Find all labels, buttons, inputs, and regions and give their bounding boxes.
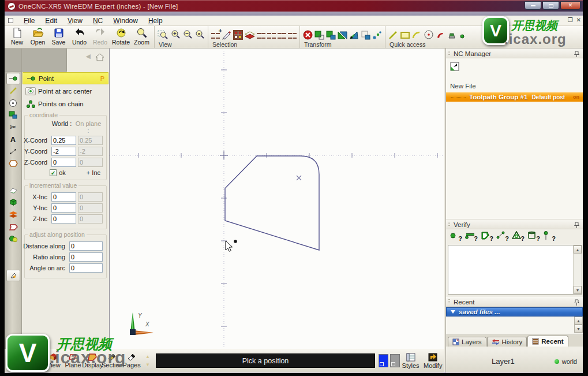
tab-history[interactable]: History	[487, 337, 527, 347]
y-coord-input[interactable]	[51, 147, 76, 156]
back-arrow-icon[interactable]: ◀	[86, 53, 91, 60]
select-all-icon[interactable]	[278, 31, 286, 40]
qa-point-icon[interactable]	[459, 32, 466, 40]
strip-dimension-tool[interactable]	[6, 146, 20, 157]
strip-arc-tool[interactable]	[6, 97, 20, 109]
verify-scrollbar[interactable]: ▲ ▼	[573, 245, 582, 294]
pin-icon[interactable]	[574, 222, 579, 230]
y-inc-input[interactable]	[51, 203, 76, 213]
undo-button[interactable]: Undo	[70, 27, 89, 46]
tab-layers[interactable]: Layers	[448, 337, 486, 347]
scroll-up-icon[interactable]: ▲	[574, 245, 582, 254]
select-pen-icon[interactable]	[222, 31, 231, 40]
zoom-button[interactable]: Zoom	[132, 27, 151, 46]
transform-rotate-icon[interactable]	[349, 31, 359, 40]
transform-mirror-icon[interactable]	[338, 31, 347, 40]
point-query-icon[interactable]: ?	[450, 231, 462, 242]
verify-results-list[interactable]: ▲ ▼	[448, 245, 582, 295]
select-invert-icon[interactable]	[267, 31, 276, 40]
area-query-icon[interactable]: ?	[481, 231, 493, 242]
zoom-window-button[interactable]	[158, 29, 168, 40]
mdi-system-icon[interactable]	[8, 18, 13, 23]
strip-layers-tool[interactable]	[6, 209, 20, 220]
world-indicator[interactable]: world	[555, 358, 577, 365]
tool-item-point[interactable]: Point P	[23, 72, 108, 84]
recent-scrollbar[interactable]: ▲ ▼	[574, 317, 583, 333]
scroll-down-icon[interactable]: ▼	[574, 286, 582, 294]
z-inc-input[interactable]	[51, 214, 76, 224]
distance-along-input[interactable]	[69, 241, 103, 251]
menu-help[interactable]: Help	[143, 16, 168, 25]
position-query-icon[interactable]: ?	[543, 231, 556, 242]
menu-file[interactable]: File	[18, 16, 40, 25]
recent-header[interactable]: Recent	[446, 297, 583, 307]
strip-boundary-tool[interactable]	[6, 221, 20, 232]
zoom-out-button[interactable]	[182, 29, 193, 40]
home-icon[interactable]	[95, 53, 104, 64]
modify-button[interactable]: Modify	[421, 353, 444, 369]
nc-file-icon[interactable]	[450, 62, 459, 73]
recent-list-area[interactable]: ▲ ▼	[446, 317, 583, 335]
distance-query-icon[interactable]: ?	[465, 231, 478, 242]
qa-rectangle-icon[interactable]	[400, 31, 410, 40]
select-window-icon[interactable]	[233, 30, 243, 40]
strip-blend-tool[interactable]	[6, 233, 20, 244]
strip-surface-tool[interactable]	[6, 184, 20, 196]
scroll-up-icon[interactable]: ▲	[574, 317, 583, 325]
x-inc-input[interactable]	[51, 192, 76, 202]
menu-view[interactable]: View	[62, 16, 88, 25]
tool-item-point-at-arc-center[interactable]: Point at arc center	[23, 85, 108, 97]
qa-fillet-icon[interactable]	[436, 31, 445, 40]
transform-array-icon[interactable]	[372, 31, 382, 40]
z-coord-input[interactable]	[51, 158, 76, 167]
secondary-color-swatch[interactable]	[390, 354, 400, 367]
menu-nc[interactable]: NC	[88, 16, 108, 25]
transform-cancel-icon[interactable]	[303, 30, 313, 40]
zoom-in-button[interactable]	[170, 29, 181, 40]
scroll-down-icon[interactable]: ▼	[574, 325, 583, 333]
volume-query-icon[interactable]: ?	[527, 231, 540, 242]
qa-solid-icon[interactable]	[447, 31, 457, 40]
strip-trim-tool[interactable]	[6, 121, 20, 133]
qa-line-icon[interactable]	[388, 31, 398, 40]
inc-toggle[interactable]: + Inc	[87, 169, 100, 176]
ok-checkbox[interactable]: ✓	[50, 169, 57, 176]
mdi-restore-icon[interactable]: ❐	[568, 17, 573, 23]
select-add-icon[interactable]	[211, 31, 220, 40]
transform-copy-icon[interactable]	[326, 31, 336, 40]
zoom-all-button[interactable]: a	[194, 29, 205, 40]
save-button[interactable]: Save	[49, 27, 68, 46]
maximize-button[interactable]	[542, 1, 559, 10]
strip-polygon-tool[interactable]	[6, 158, 20, 169]
pin-icon[interactable]	[574, 299, 579, 307]
styles-button[interactable]: Styles	[400, 353, 422, 369]
strip-shape-tool[interactable]	[6, 109, 20, 121]
active-color-swatch[interactable]	[379, 354, 388, 367]
select-layer-icon[interactable]	[245, 31, 255, 40]
qa-arc-icon[interactable]	[412, 31, 422, 40]
pin-icon[interactable]	[574, 51, 579, 59]
strip-snap-settings[interactable]	[6, 270, 20, 281]
mdi-close-icon[interactable]: ✕	[576, 17, 581, 23]
nc-manager-header[interactable]: NC Manager	[446, 49, 583, 58]
redo-button[interactable]: Redo	[91, 27, 110, 46]
verify-header[interactable]: Verify	[446, 219, 583, 229]
active-layer-label[interactable]: Layer1	[446, 357, 555, 366]
saved-files-row[interactable]: saved files ...	[446, 307, 583, 317]
strip-text-tool[interactable]	[6, 133, 20, 145]
strip-point-tool[interactable]	[6, 73, 20, 84]
strip-solid-tool[interactable]	[6, 196, 20, 208]
strip-line-tool[interactable]	[6, 85, 20, 96]
tool-item-points-on-chain[interactable]: Points on chain	[23, 98, 108, 110]
close-button[interactable]: ✕	[560, 1, 580, 10]
drawing-canvas[interactable]: Y X	[110, 49, 444, 349]
x-coord-input[interactable]	[51, 136, 76, 145]
normal-query-icon[interactable]: ?	[512, 231, 525, 242]
angle-query-icon[interactable]: ?	[496, 231, 509, 242]
new-button[interactable]: New	[8, 27, 27, 46]
menu-window[interactable]: Window	[108, 16, 143, 25]
menu-edit[interactable]: Edit	[40, 16, 62, 25]
minimize-button[interactable]	[525, 1, 541, 10]
page-down-icon[interactable]: ▼	[144, 362, 152, 368]
transform-move-icon[interactable]	[314, 31, 324, 40]
